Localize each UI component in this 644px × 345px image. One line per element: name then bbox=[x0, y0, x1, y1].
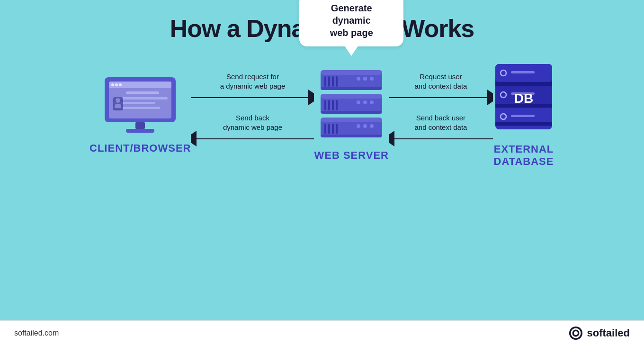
footer: softailed.com softailed bbox=[0, 320, 644, 345]
server-component: WEB SERVER bbox=[314, 68, 389, 162]
monitor-icon bbox=[102, 75, 178, 136]
svg-point-43 bbox=[370, 124, 374, 128]
svg-rect-37 bbox=[324, 124, 326, 134]
svg-rect-24 bbox=[321, 87, 382, 90]
svg-rect-39 bbox=[332, 124, 334, 134]
svg-rect-53 bbox=[495, 122, 552, 126]
svg-point-42 bbox=[363, 124, 367, 128]
right-arrow-bottom-row: Send back user and context data bbox=[389, 113, 493, 143]
svg-point-11 bbox=[116, 98, 120, 103]
svg-rect-20 bbox=[336, 76, 338, 87]
database-component: DB EXTERNAL DATABASE bbox=[493, 62, 555, 168]
svg-rect-26 bbox=[321, 94, 382, 99]
right-arrows-pair: Request user and context data Send back … bbox=[389, 72, 493, 143]
svg-rect-13 bbox=[135, 122, 145, 129]
right-top-arrow bbox=[389, 93, 493, 102]
database-label: EXTERNAL DATABASE bbox=[494, 143, 554, 168]
left-arrow-top-row: Send request for a dynamic web page bbox=[191, 72, 314, 102]
speech-bubble: Generate dynamic web page bbox=[299, 0, 403, 46]
svg-point-23 bbox=[370, 77, 374, 81]
arrow-line-2 bbox=[197, 138, 314, 139]
svg-point-41 bbox=[357, 124, 360, 128]
svg-rect-2 bbox=[109, 82, 171, 88]
arrowhead-right-1 bbox=[308, 93, 314, 102]
svg-point-4 bbox=[115, 83, 118, 86]
arrow-line-3 bbox=[389, 97, 487, 98]
svg-rect-12 bbox=[115, 104, 121, 108]
svg-rect-19 bbox=[332, 76, 334, 87]
arrowhead-left-2 bbox=[389, 135, 394, 143]
arrowhead-left-1 bbox=[191, 135, 197, 143]
main-content: How a Dynamic Site Works bbox=[0, 0, 644, 320]
svg-rect-49 bbox=[495, 82, 552, 86]
svg-point-31 bbox=[357, 100, 360, 104]
svg-rect-16 bbox=[321, 70, 382, 75]
svg-point-21 bbox=[357, 77, 360, 81]
left-arrow-bottom-row: Send back dynamic web page bbox=[191, 113, 314, 143]
svg-rect-6 bbox=[126, 91, 159, 94]
svg-rect-14 bbox=[126, 129, 154, 133]
svg-point-5 bbox=[119, 83, 122, 86]
arrow-line-1 bbox=[191, 97, 308, 98]
footer-url: softailed.com bbox=[14, 329, 59, 337]
right-bottom-label: Send back user and context data bbox=[415, 113, 467, 132]
database-icon: DB bbox=[493, 62, 555, 137]
svg-rect-17 bbox=[324, 76, 326, 87]
svg-rect-34 bbox=[321, 111, 382, 114]
client-component: CLIENT/BROWSER bbox=[89, 75, 191, 154]
svg-point-32 bbox=[363, 100, 367, 104]
client-label: CLIENT/BROWSER bbox=[89, 142, 191, 154]
footer-brand: softailed bbox=[568, 326, 630, 341]
left-bottom-label: Send back dynamic web page bbox=[223, 113, 282, 132]
svg-rect-29 bbox=[332, 100, 334, 110]
server-section: Generate dynamic web page bbox=[314, 68, 389, 162]
svg-point-22 bbox=[363, 77, 367, 81]
svg-point-3 bbox=[111, 83, 114, 86]
svg-rect-38 bbox=[328, 124, 330, 134]
right-top-label: Request user and context data bbox=[415, 72, 467, 91]
brand-logo-icon bbox=[568, 326, 583, 341]
left-bottom-arrow bbox=[191, 135, 314, 143]
right-bottom-arrow bbox=[389, 135, 493, 143]
svg-rect-30 bbox=[336, 100, 338, 110]
right-arrows: Request user and context data Send back … bbox=[389, 72, 493, 143]
footer-brand-name: softailed bbox=[587, 327, 630, 339]
left-top-arrow bbox=[191, 93, 314, 102]
left-arrows: Send request for a dynamic web page Send… bbox=[191, 72, 314, 143]
svg-point-33 bbox=[370, 100, 374, 104]
server-label: WEB SERVER bbox=[314, 149, 389, 162]
arrow-line-4 bbox=[394, 138, 493, 139]
svg-rect-27 bbox=[324, 100, 326, 110]
svg-rect-59 bbox=[511, 115, 535, 117]
svg-text:DB: DB bbox=[514, 91, 533, 106]
diagram-area: CLIENT/BROWSER Send request for a dynami… bbox=[19, 62, 625, 168]
server-icon bbox=[316, 68, 387, 144]
svg-rect-18 bbox=[328, 76, 330, 87]
bubble-text: Generate dynamic web page bbox=[330, 3, 373, 38]
left-top-label: Send request for a dynamic web page bbox=[220, 72, 286, 91]
svg-rect-44 bbox=[321, 135, 382, 137]
right-arrow-top-row: Request user and context data bbox=[389, 72, 493, 102]
svg-rect-36 bbox=[321, 118, 382, 122]
left-arrows-pair: Send request for a dynamic web page Send… bbox=[191, 72, 314, 143]
svg-rect-28 bbox=[328, 100, 330, 110]
svg-rect-57 bbox=[511, 71, 535, 73]
svg-rect-40 bbox=[336, 124, 338, 134]
arrowhead-right-2 bbox=[487, 93, 493, 102]
svg-point-63 bbox=[574, 331, 578, 335]
